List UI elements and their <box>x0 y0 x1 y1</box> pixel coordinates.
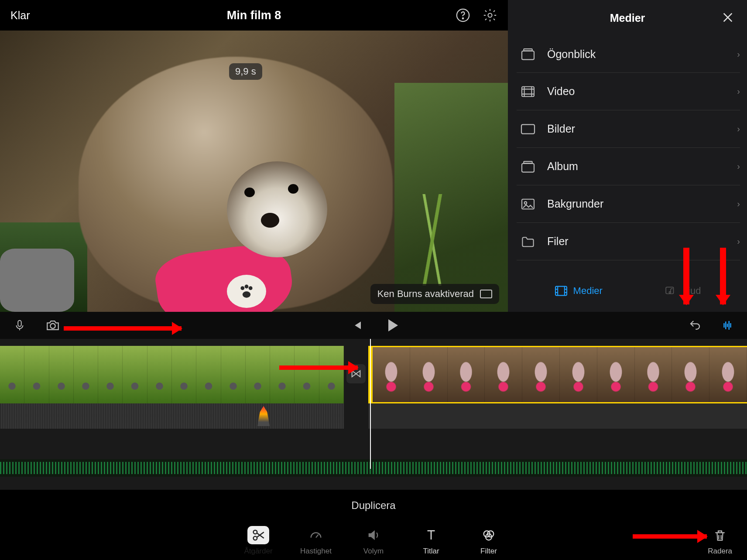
delete-label: Radera <box>708 547 732 556</box>
duplicate-button[interactable]: Duplicera <box>351 499 395 512</box>
kenburns-toggle[interactable]: Ken Burns avaktiverad <box>370 284 499 304</box>
kenburns-label: Ken Burns avaktiverad <box>377 288 474 300</box>
svg-rect-7 <box>522 51 534 60</box>
chevron-right-icon: › <box>737 236 740 246</box>
tab-label: Medier <box>573 285 603 297</box>
svg-point-3 <box>240 286 244 290</box>
inspector-bar: Duplicera Åtgärder Hastighet Volym Titla… <box>0 490 747 560</box>
svg-rect-8 <box>524 49 532 51</box>
video-icon <box>519 85 537 98</box>
settings-gear-icon[interactable] <box>483 8 497 23</box>
scissors-icon <box>247 526 269 544</box>
chevron-right-icon: › <box>737 86 740 96</box>
annotation-arrow <box>720 248 726 304</box>
chevron-right-icon: › <box>737 49 740 59</box>
filmstrip-icon <box>554 285 568 297</box>
svg-rect-15 <box>555 287 567 296</box>
media-row-label: Video <box>547 85 726 98</box>
tab-speed[interactable]: Hastighet <box>299 526 333 556</box>
play-icon[interactable] <box>388 319 398 331</box>
svg-point-1 <box>463 18 464 19</box>
svg-rect-11 <box>522 164 534 172</box>
chevron-right-icon: › <box>737 161 740 171</box>
microphone-icon[interactable] <box>12 319 27 332</box>
backgrounds-icon <box>519 198 537 211</box>
svg-rect-12 <box>524 161 532 163</box>
delete-button[interactable]: Radera <box>708 526 732 556</box>
chevron-right-icon: › <box>737 124 740 134</box>
svg-rect-10 <box>521 124 535 133</box>
tab-filter[interactable]: Filter <box>472 526 506 556</box>
media-row-label: Ögonblick <box>547 48 726 61</box>
tab-label: Åtgärder <box>244 547 272 556</box>
preview-toolbar: Klar Min film 8 <box>0 0 508 31</box>
media-row-label: Filer <box>547 235 726 248</box>
media-row-label: Album <box>547 160 726 173</box>
tab-media[interactable]: Medier <box>554 285 603 297</box>
done-button[interactable]: Klar <box>10 9 30 22</box>
media-row-label: Bakgrunder <box>547 198 726 210</box>
tab-actions[interactable]: Åtgärder <box>241 526 275 556</box>
paw-icon <box>227 275 266 308</box>
music-note-icon <box>664 285 678 297</box>
annotation-arrow <box>683 248 689 304</box>
clip-audio-waveform <box>368 403 747 429</box>
crop-rect-icon <box>480 290 492 298</box>
camera-icon[interactable] <box>45 319 60 332</box>
project-title: Min film 8 <box>227 9 281 22</box>
undo-icon[interactable] <box>688 319 702 332</box>
moments-icon <box>519 48 537 61</box>
playhead[interactable] <box>370 339 371 469</box>
svg-rect-9 <box>522 86 534 96</box>
clip-audio-waveform <box>0 403 344 429</box>
photos-icon <box>519 123 537 136</box>
media-row-moments[interactable]: Ögonblick › <box>517 36 740 73</box>
timeline-clip-selected[interactable] <box>368 346 747 403</box>
go-to-start-icon[interactable] <box>349 319 364 332</box>
speedometer-icon <box>305 526 327 544</box>
svg-point-6 <box>243 291 250 298</box>
svg-point-5 <box>249 286 253 290</box>
close-icon[interactable] <box>721 10 735 24</box>
svg-point-19 <box>50 324 55 328</box>
timeline[interactable] <box>0 339 747 490</box>
tab-label: Volym <box>363 547 384 556</box>
media-panel-title: Medier <box>610 12 645 24</box>
media-row-album[interactable]: Album › <box>517 148 740 185</box>
media-panel: Medier Ögonblick › Video › Bilder › Albu… <box>508 0 747 312</box>
tab-label: Filter <box>480 547 497 556</box>
svg-point-14 <box>524 201 527 204</box>
folder-icon <box>519 235 537 248</box>
tab-label: Hastighet <box>300 547 332 556</box>
svg-point-4 <box>245 285 249 289</box>
svg-point-17 <box>669 291 671 293</box>
text-icon <box>420 526 442 544</box>
waveform-icon[interactable] <box>720 319 735 332</box>
annotation-arrow <box>633 534 707 539</box>
media-row-files[interactable]: Filer › <box>517 223 740 260</box>
annotation-arrow <box>64 326 182 331</box>
chevron-right-icon: › <box>737 199 740 209</box>
tab-volume[interactable]: Volym <box>356 526 391 556</box>
tab-label: Titlar <box>423 547 439 556</box>
background-audio-track[interactable] <box>0 459 747 477</box>
timeline-clip[interactable] <box>0 346 344 403</box>
svg-rect-18 <box>18 321 21 327</box>
clip-duration-badge: 9,9 s <box>229 63 262 80</box>
tab-titles[interactable]: Titlar <box>414 526 448 556</box>
album-icon <box>519 160 537 173</box>
video-preview[interactable]: 9,9 s Ken Burns avaktiverad <box>0 31 508 312</box>
help-icon[interactable] <box>456 8 470 23</box>
trash-icon <box>711 526 729 545</box>
media-row-label: Bilder <box>547 123 726 135</box>
svg-point-2 <box>488 13 492 17</box>
transport-toolbar <box>0 312 747 339</box>
annotation-arrow <box>279 365 358 370</box>
media-row-video[interactable]: Video › <box>517 73 740 110</box>
media-row-backgrounds[interactable]: Bakgrunder › <box>517 185 740 223</box>
media-row-photos[interactable]: Bilder › <box>517 110 740 148</box>
filter-circles-icon <box>478 526 500 544</box>
speaker-icon <box>363 526 384 544</box>
